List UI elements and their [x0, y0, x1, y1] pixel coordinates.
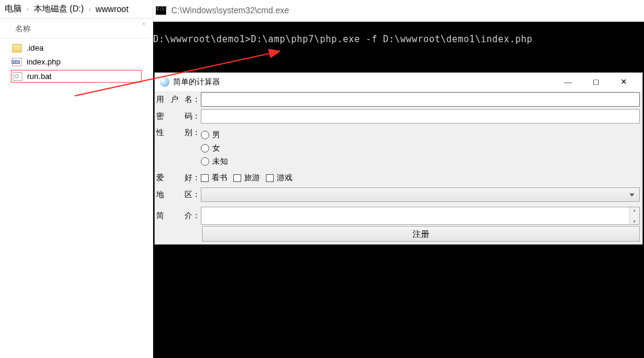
password-input[interactable] [201, 109, 640, 124]
radio-icon [201, 144, 209, 152]
label-gender: 性别 [155, 127, 192, 138]
gender-radio-group: 男 女 未知 [201, 127, 228, 169]
colon: ： [192, 172, 201, 183]
checkbox-icon [233, 174, 241, 182]
crumb-folder[interactable]: wwwroot [96, 4, 128, 14]
check-label: 旅游 [244, 172, 260, 183]
radio-label: 男 [212, 130, 220, 140]
check-label: 看书 [212, 172, 227, 183]
close-button[interactable]: ✕ [610, 74, 637, 90]
radio-unknown[interactable]: 未知 [201, 156, 228, 167]
crumb-drive[interactable]: 本地磁盘 (D:) [34, 4, 84, 14]
username-input[interactable] [201, 92, 640, 107]
chevron-right-icon: › [86, 5, 93, 13]
file-list: .idea index.php run.bat [0, 39, 153, 86]
folder-icon [12, 44, 22, 52]
colon: ： [192, 127, 201, 138]
file-name: index.php [27, 57, 60, 66]
scrollbar[interactable]: ▴▾ [629, 207, 639, 224]
label-region: 地区 [155, 189, 192, 200]
window-buttons: — ◻ ✕ [554, 74, 637, 90]
column-header-name[interactable]: 名称 ˄ [0, 19, 153, 39]
row-username: 用户名 ： [155, 91, 642, 108]
cmd-output-line: D:\wwwroot\demo1>D:\amp\php7\php.exe -f … [153, 22, 644, 45]
dialog-body: 用户名 ： 密码 ： 性别 ： 男 女 未知 爱好 ： 看书 旅游 游戏 [155, 91, 642, 244]
check-reading[interactable]: 看书 [201, 172, 227, 183]
file-item-folder[interactable]: .idea [0, 41, 153, 55]
chevron-right-icon: › [24, 5, 31, 13]
checkbox-icon [201, 174, 209, 182]
app-dialog-window: 简单的计算器 — ◻ ✕ 用户名 ： 密码 ： 性别 ： 男 女 未知 爱 [154, 72, 643, 245]
hobby-check-group: 看书 旅游 游戏 [201, 170, 292, 186]
check-label: 游戏 [277, 172, 292, 183]
scroll-up-icon[interactable]: ▴ [633, 207, 636, 213]
file-item-bat-selected[interactable]: run.bat [11, 70, 142, 83]
check-travel[interactable]: 旅游 [233, 172, 260, 183]
bat-file-icon [13, 72, 22, 81]
app-icon [160, 77, 169, 87]
file-item-php[interactable]: index.php [0, 55, 153, 69]
dialog-title: 简单的计算器 [173, 77, 554, 87]
radio-icon [201, 157, 209, 166]
cmd-title-text: C:\Windows\system32\cmd.exe [171, 5, 289, 15]
label-hobby: 爱好 [155, 172, 192, 183]
dialog-title-bar[interactable]: 简单的计算器 — ◻ ✕ [155, 73, 642, 91]
colon: ： [192, 111, 201, 122]
colon: ： [192, 210, 201, 221]
checkbox-icon [266, 174, 274, 182]
crumb-pc[interactable]: 电脑 [5, 4, 22, 14]
scroll-down-icon[interactable]: ▾ [633, 219, 636, 224]
register-button[interactable]: 注册 [202, 226, 640, 242]
row-intro: 简介 ： ▴▾ [155, 207, 642, 225]
cmd-icon [156, 6, 166, 15]
label-intro: 简介 [155, 210, 192, 221]
row-gender: 性别 ： 男 女 未知 [155, 125, 642, 169]
row-region: 地区 ： [155, 186, 642, 203]
breadcrumb[interactable]: 电脑 › 本地磁盘 (D:) › wwwroot [0, 0, 153, 19]
label-password: 密码 [155, 111, 192, 122]
php-file-icon [12, 58, 22, 66]
row-password: 密码 ： [155, 108, 642, 125]
radio-female[interactable]: 女 [201, 143, 228, 154]
radio-icon [201, 131, 209, 139]
row-hobby: 爱好 ： 看书 旅游 游戏 [155, 169, 642, 186]
minimize-button[interactable]: — [554, 74, 582, 90]
label-username: 用户名 [155, 94, 192, 105]
check-game[interactable]: 游戏 [266, 172, 292, 183]
intro-textarea[interactable]: ▴▾ [201, 207, 640, 225]
colon: ： [192, 189, 201, 200]
cmd-title-bar: C:\Windows\system32\cmd.exe [156, 5, 289, 15]
file-name: .idea [27, 43, 43, 52]
colon: ： [192, 94, 201, 105]
radio-label: 女 [212, 143, 220, 154]
radio-label: 未知 [212, 156, 228, 167]
radio-male[interactable]: 男 [201, 130, 228, 140]
region-combobox[interactable] [201, 187, 640, 202]
file-name: run.bat [27, 72, 51, 81]
sort-indicator-icon: ˄ [142, 22, 145, 29]
row-submit: 注册 [155, 225, 642, 244]
file-explorer-panel: 电脑 › 本地磁盘 (D:) › wwwroot 名称 ˄ .idea inde… [0, 0, 153, 358]
column-label: 名称 [15, 24, 31, 33]
maximize-button[interactable]: ◻ [582, 74, 610, 90]
